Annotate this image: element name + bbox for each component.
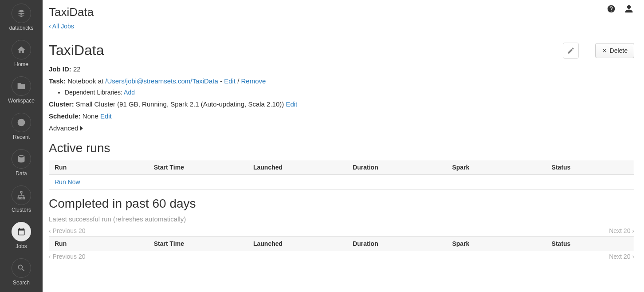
job-id-label: Job ID: (49, 65, 71, 73)
sidebar-item-label: Home (14, 61, 28, 67)
task-edit-link[interactable]: Edit (224, 77, 236, 85)
sidebar-item-label: Data (16, 170, 27, 177)
task-label: Task: (49, 77, 66, 85)
header-actions: Delete (563, 43, 634, 59)
home-icon (12, 40, 31, 59)
clock-icon (12, 113, 31, 132)
cluster-value: Small Cluster (91 GB, Running, Spark 2.1… (76, 100, 286, 108)
table-header-row: Run Start Time Launched Duration Spark S… (49, 160, 634, 175)
deplib-add-link[interactable]: Add (124, 89, 135, 96)
col-launched: Launched (248, 237, 347, 251)
job-id-row: Job ID: 22 (49, 63, 634, 75)
prev-link-bottom[interactable]: ‹ Previous 20 (49, 253, 85, 260)
sidebar-item-label: Recent (13, 134, 30, 140)
prev-link-top[interactable]: ‹ Previous 20 (49, 227, 85, 234)
completed-runs-table: Run Start Time Launched Duration Spark S… (49, 236, 634, 251)
col-launched: Launched (248, 160, 347, 175)
active-runs-table: Run Start Time Launched Duration Spark S… (49, 160, 634, 189)
schedule-value: None (82, 112, 100, 120)
next-link-bottom[interactable]: Next 20 › (609, 253, 634, 260)
divider (587, 43, 587, 58)
col-duration: Duration (347, 160, 447, 175)
breadcrumb-all-jobs[interactable]: ‹ All Jobs (49, 23, 74, 30)
col-start-time: Start Time (149, 237, 248, 251)
col-spark: Spark (447, 160, 546, 175)
sidebar-item-label: Search (13, 280, 30, 286)
brand[interactable]: databricks (0, 4, 43, 31)
sidebar-item-recent[interactable]: Recent (0, 113, 43, 140)
cluster-label: Cluster: (49, 100, 74, 108)
pager-bottom: ‹ Previous 20 Next 20 › (49, 253, 634, 260)
table-row: Run Now (49, 175, 634, 189)
chevron-right-icon (80, 126, 83, 130)
sidebar: databricks Home Workspace Recent Data Cl… (0, 0, 43, 292)
database-icon (12, 149, 31, 169)
user-icon[interactable] (624, 4, 633, 16)
schedule-label: Schedule: (49, 112, 81, 120)
table-header-row: Run Start Time Launched Duration Spark S… (49, 237, 634, 251)
schedule-edit-link[interactable]: Edit (100, 112, 112, 120)
sidebar-item-data[interactable]: Data (0, 149, 43, 177)
advanced-label: Advanced (49, 122, 79, 134)
close-icon (602, 48, 607, 53)
job-id-value: 22 (73, 65, 81, 73)
active-runs-title: Active runs (49, 141, 634, 155)
edit-name-button[interactable] (563, 43, 579, 59)
col-status: Status (546, 237, 634, 251)
databricks-logo-icon (12, 4, 31, 23)
job-details: Job ID: 22 Task: Notebook at /Users/jobi… (49, 63, 634, 134)
brand-label: databricks (9, 25, 34, 31)
main-content: TaxiData ‹ All Jobs TaxiData Delete Job … (43, 0, 644, 292)
col-status: Status (546, 160, 634, 175)
task-remove-link[interactable]: Remove (241, 77, 266, 85)
sidebar-item-label: Clusters (12, 207, 31, 213)
col-run: Run (49, 160, 149, 175)
task-sep2: / (236, 77, 241, 85)
sidebar-item-search[interactable]: Search (0, 258, 43, 286)
sidebar-item-jobs[interactable]: Jobs (0, 222, 43, 249)
top-icons (607, 4, 633, 16)
dependent-libraries-row: Dependent Libraries: Add (58, 87, 634, 98)
pencil-icon (567, 47, 575, 55)
col-duration: Duration (347, 237, 447, 251)
completed-subtitle: Latest successful run (refreshes automat… (49, 215, 634, 223)
job-header-row: TaxiData Delete (49, 42, 634, 59)
cluster-row: Cluster: Small Cluster (91 GB, Running, … (49, 98, 634, 110)
next-link-top[interactable]: Next 20 › (609, 227, 634, 234)
sidebar-item-label: Workspace (8, 98, 35, 104)
deplib-label: Dependent Libraries: (65, 89, 124, 96)
sitemap-icon (12, 185, 31, 205)
folder-icon (12, 76, 31, 96)
sidebar-item-clusters[interactable]: Clusters (0, 185, 43, 213)
task-sep1: - (218, 77, 224, 85)
calendar-icon (12, 222, 31, 241)
col-start-time: Start Time (149, 160, 248, 175)
help-icon[interactable] (607, 4, 616, 16)
task-row: Task: Notebook at /Users/jobi@streamsets… (49, 75, 634, 87)
cluster-edit-link[interactable]: Edit (286, 100, 297, 108)
delete-button[interactable]: Delete (595, 43, 634, 58)
run-now-link[interactable]: Run Now (55, 178, 80, 185)
advanced-toggle[interactable]: Advanced (49, 122, 634, 134)
col-run: Run (49, 237, 149, 251)
task-prefix: Notebook at (67, 77, 105, 85)
sidebar-item-label: Jobs (16, 243, 27, 249)
page-title: TaxiData (49, 5, 634, 19)
pager-top: ‹ Previous 20 Next 20 › (49, 227, 634, 234)
task-notebook-link[interactable]: /Users/jobi@streamsets.com/TaxiData (105, 77, 218, 85)
delete-label: Delete (610, 47, 628, 54)
col-spark: Spark (447, 237, 546, 251)
sidebar-item-home[interactable]: Home (0, 40, 43, 67)
schedule-row: Schedule: None Edit (49, 110, 634, 122)
job-name: TaxiData (49, 42, 104, 59)
search-icon (12, 258, 31, 278)
completed-title: Completed in past 60 days (49, 197, 634, 211)
sidebar-item-workspace[interactable]: Workspace (0, 76, 43, 104)
